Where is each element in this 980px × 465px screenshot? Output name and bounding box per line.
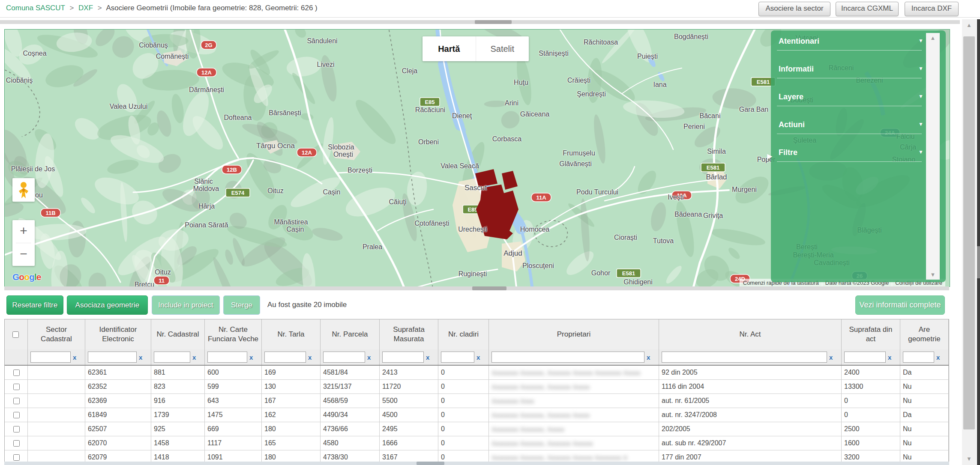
sterge-button[interactable]: Sterge [223, 295, 260, 315]
map-canvas[interactable]: E85E574E581E581E5812G12A12A12B11A11A11B1… [4, 29, 950, 287]
select-all-checkbox[interactable] [12, 331, 19, 338]
filter-clear-button[interactable]: x [426, 354, 429, 361]
chevron-down-icon[interactable]: ▼ [918, 38, 923, 44]
filter-input-col1[interactable] [30, 352, 71, 363]
row-checkbox[interactable] [13, 426, 20, 432]
table-horizontal-scrollbar-thumb[interactable] [417, 462, 444, 465]
row-checkbox[interactable] [13, 440, 20, 447]
filter-input-col3[interactable] [154, 352, 190, 363]
filter-input-col5[interactable] [264, 352, 306, 363]
svg-text:12A: 12A [201, 69, 212, 76]
selected-parcels-polygon[interactable] [502, 171, 518, 190]
pegman-control[interactable] [12, 178, 35, 202]
table-row[interactable]: 625079256691804736/6624950Xxxxxxxx Xxxxx… [5, 422, 949, 436]
table-cell: Nu [900, 394, 949, 408]
table-row[interactable]: 61849173914751624490/3445000Xxxxxxxx Xxx… [5, 408, 949, 422]
table-cell: 62507 [85, 422, 151, 436]
map-horizontal-scrollbar-thumb[interactable] [472, 286, 506, 290]
panel-section-informatii[interactable]: Informatii [779, 65, 814, 74]
zoom-in-button[interactable]: + [12, 220, 35, 243]
filter-clear-button[interactable]: x [936, 354, 940, 361]
scroll-down-icon[interactable]: ▼ [962, 455, 976, 463]
chevron-down-icon[interactable]: ▼ [918, 66, 923, 72]
filter-clear-button[interactable]: x [888, 354, 891, 361]
panel-section-filtre[interactable]: Filtre [779, 148, 797, 157]
svg-text:11A: 11A [677, 192, 687, 199]
top-horizontal-scrollbar[interactable] [0, 20, 960, 24]
include-in-proiect-button[interactable]: Include in proiect [152, 295, 220, 315]
scroll-up-icon[interactable]: ▲ [962, 21, 976, 30]
filter-input-col8[interactable] [441, 352, 474, 363]
asociaza-geometrie-button[interactable]: Asociaza geometrie [67, 295, 148, 315]
zoom-out-button[interactable]: − [12, 243, 35, 266]
resetare-filtre-button[interactable]: Resetare filtre [6, 295, 63, 315]
asociere-la-sector-button[interactable]: Asociere la sector [758, 2, 830, 16]
table-cell: 0 [842, 394, 900, 408]
map-type-satelit-tab[interactable]: Satelit [476, 36, 529, 61]
filter-input-col11[interactable] [844, 352, 886, 363]
table-row[interactable]: 6207014581117165458016660Xxxxxxxx Xxxxxx… [5, 436, 949, 450]
incarca-dxf-button[interactable]: Incarca DXF [905, 2, 959, 16]
table-row[interactable]: 623618816001694581/8424130Xxxxxxxx Xxxxx… [5, 366, 949, 380]
row-checkbox[interactable] [13, 412, 20, 418]
panel-section-actiuni[interactable]: Actiuni [779, 120, 805, 129]
breadcrumb-link-comuna[interactable]: Comuna SASCUT [6, 4, 65, 12]
chevron-down-icon[interactable]: ▼ [918, 93, 923, 99]
breadcrumb-separator: > [98, 4, 102, 12]
filter-input-col9[interactable] [491, 352, 644, 363]
filter-clear-button[interactable]: x [308, 354, 312, 361]
filter-cell: x [28, 349, 85, 365]
scroll-down-icon[interactable]: ▼ [926, 271, 940, 278]
map-horizontal-scrollbar[interactable] [4, 286, 949, 290]
map-type-harta-tab[interactable]: Hartă [423, 36, 476, 61]
filter-clear-button[interactable]: x [647, 354, 650, 361]
column-header: Identificator Electronic [85, 319, 151, 349]
imobile-table: Sector CadastralIdentificator Electronic… [4, 319, 949, 465]
road-badge-E581: E581 [617, 269, 641, 277]
filter-input-col10[interactable] [662, 352, 827, 363]
table-cell: Nu [900, 422, 949, 436]
page-scrollbar-thumb[interactable] [963, 36, 975, 429]
row-checkbox[interactable] [13, 454, 20, 461]
filter-input-col12[interactable] [903, 352, 934, 363]
svg-text:E581: E581 [757, 79, 770, 85]
filter-clear-button[interactable]: x [73, 354, 76, 361]
table-cell: 0 [438, 394, 489, 408]
filter-input-col4[interactable] [207, 352, 247, 363]
scroll-up-icon[interactable]: ▲ [926, 35, 940, 41]
panel-collapse-icon[interactable]: ▶ [767, 152, 772, 160]
chevron-down-icon[interactable]: ▼ [918, 149, 923, 155]
table-row[interactable]: 623699166431674568/5955000Xxxxxxxx Xxxxa… [5, 394, 949, 408]
filter-clear-button[interactable]: x [367, 354, 371, 361]
google-logo[interactable]: Google [12, 272, 41, 282]
svg-text:12B: 12B [227, 167, 237, 173]
table-cell [28, 380, 85, 393]
row-checkbox[interactable] [13, 370, 20, 376]
table-header-row: Sector CadastralIdentificator Electronic… [5, 319, 949, 349]
panel-section-atentionari[interactable]: Atentionari [779, 37, 819, 46]
table-horizontal-scrollbar[interactable] [4, 462, 949, 465]
row-checkbox[interactable] [13, 398, 20, 404]
filter-clear-button[interactable]: x [829, 354, 833, 361]
selected-parcels-polygon[interactable] [475, 169, 497, 187]
chevron-down-icon[interactable]: ▼ [918, 121, 923, 127]
table-cell [28, 436, 85, 450]
table-cell: aut. nr. 3247/2008 [659, 408, 842, 422]
filter-clear-button[interactable]: x [477, 354, 480, 361]
vezi-informatii-complete-button[interactable]: Vezi informatii complete [855, 295, 945, 315]
filter-clear-button[interactable]: x [139, 354, 142, 361]
incarca-cgxml-button[interactable]: Incarca CGXML [836, 2, 899, 16]
filter-clear-button[interactable]: x [249, 354, 253, 361]
panel-scrollbar[interactable]: ▲ ▼ [926, 33, 940, 280]
filter-input-col2[interactable] [88, 352, 137, 363]
table-row[interactable]: 623528235991303215/137117200Xxxxxxxx Xxx… [5, 380, 949, 394]
panel-section-layere[interactable]: Layere [779, 92, 803, 101]
breadcrumb-link-dxf[interactable]: DXF [78, 4, 93, 12]
filter-clear-button[interactable]: x [192, 354, 196, 361]
filter-input-col6[interactable] [323, 352, 365, 363]
table-cell: 925 [151, 422, 205, 436]
page-vertical-scrollbar[interactable]: ▲ ▼ [962, 19, 976, 465]
row-checkbox[interactable] [13, 384, 20, 390]
filter-input-col7[interactable] [382, 352, 424, 363]
top-horizontal-scrollbar-thumb[interactable] [475, 20, 512, 24]
